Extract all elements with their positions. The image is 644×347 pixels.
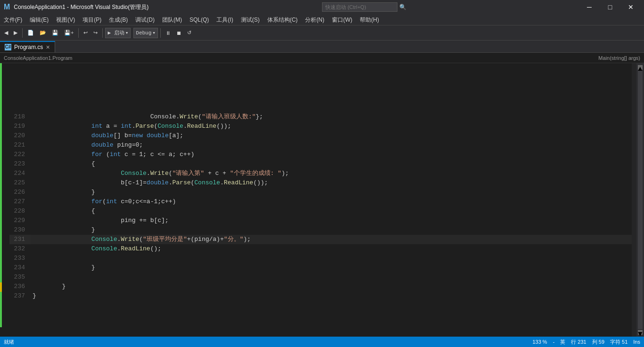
line-number: 222	[9, 150, 31, 159]
breadcrumb-left[interactable]: ConsoleApplication1.Program	[4, 55, 598, 61]
char-indicator: 字符 51	[610, 339, 627, 346]
breadcrumb-right[interactable]: Main(string[] args)	[598, 55, 640, 61]
code-line	[31, 273, 632, 282]
menu-item-s[interactable]: 测试(S)	[237, 14, 264, 25]
forward-button[interactable]: ▶	[11, 27, 20, 39]
code-row-blank	[9, 103, 632, 112]
code-line: }	[31, 225, 632, 235]
save-all-button[interactable]: 💾+	[62, 27, 76, 39]
line-number: 237	[9, 291, 31, 301]
code-editor[interactable]: 218 Console.Write("请输入班级人数:"};219 int a …	[9, 63, 632, 337]
table-row[interactable]: 223 {	[9, 159, 632, 169]
menu-bar: 文件(F)编辑(E)视图(V)项目(P)生成(B)调试(D)团队(M)SQL(Q…	[0, 14, 644, 25]
status-left: 就绪	[4, 339, 14, 346]
table-row[interactable]: 226 }	[9, 188, 632, 197]
menu-item-p[interactable]: 项目(P)	[79, 14, 105, 25]
table-row[interactable]: 225 b[c-1]=double.Parse(Console.ReadLine…	[9, 178, 632, 188]
code-line: {	[31, 159, 632, 169]
code-line: }	[31, 291, 632, 301]
table-row[interactable]: 237}	[9, 291, 632, 301]
table-row[interactable]: 222 for (int c = 1; c <= a; c++)	[9, 150, 632, 159]
line-number: 226	[9, 188, 31, 197]
code-table: 218 Console.Write("请输入班级人数:"};219 int a …	[9, 65, 632, 301]
line-number: 229	[9, 216, 31, 225]
vs-logo: M	[4, 3, 10, 11]
undo-button[interactable]: ↩	[81, 27, 90, 39]
menu-item-m[interactable]: 团队(M)	[158, 14, 186, 25]
table-row[interactable]: 236 }	[9, 282, 632, 291]
menu-item-v[interactable]: 视图(V)	[52, 14, 79, 25]
right-annotations-panel: ▲ ▼	[636, 63, 644, 337]
open-button[interactable]: 📂	[37, 27, 49, 39]
stop-button[interactable]: ⏹	[174, 27, 184, 39]
main-editor-area: 218 Console.Write("请输入班级人数:"};219 int a …	[0, 63, 644, 337]
menu-item-b[interactable]: 生成(B)	[105, 14, 132, 25]
code-row-blank	[9, 74, 632, 84]
table-row[interactable]: 231 Console.Write("班级平均分是"+(ping/a)+"分。"…	[9, 235, 632, 244]
search-icon: 🔍	[399, 4, 406, 10]
table-row[interactable]: 227 for(int c=0;c<=a-1;c++)	[9, 197, 632, 207]
start-dropdown[interactable]: ▶ 启动 ▾	[105, 28, 131, 38]
code-line: {	[31, 207, 632, 216]
line-number: 231	[9, 235, 31, 244]
menu-item-c[interactable]: 体系结构(C)	[264, 14, 302, 25]
pause-button[interactable]: ⏸	[163, 27, 173, 39]
table-row[interactable]: 235	[9, 273, 632, 282]
line-number: 236	[9, 282, 31, 291]
zoom-decrease[interactable]: -	[553, 339, 555, 345]
code-row-blank	[9, 84, 632, 93]
row-indicator: 行 231	[571, 339, 586, 346]
language-indicator[interactable]: 英	[560, 339, 565, 346]
table-row[interactable]: 232 Console.ReadLine();	[9, 244, 632, 254]
tab-close-button[interactable]: ✕	[46, 44, 50, 50]
menu-item-sqlq[interactable]: SQL(Q)	[186, 14, 213, 25]
scroll-up-arrow[interactable]: ▲	[638, 65, 643, 70]
restart-button[interactable]: ↺	[185, 27, 194, 39]
close-button[interactable]: ✕	[621, 0, 640, 14]
menu-item-h[interactable]: 帮助(H)	[356, 14, 383, 25]
menu-item-f[interactable]: 文件(F)	[0, 14, 26, 25]
redo-button[interactable]: ↪	[91, 27, 100, 39]
toolbar: ◀ ▶ 📄 📂 💾 💾+ ↩ ↪ ▶ 启动 ▾ Debug ▾ ⏸ ⏹ ↺	[0, 25, 644, 41]
quick-launch-area: 🔍	[322, 2, 406, 12]
table-row[interactable]: 234 }	[9, 263, 632, 273]
table-row[interactable]: 230 }	[9, 225, 632, 235]
menu-item-d[interactable]: 调试(D)	[132, 14, 158, 25]
tab-program-cs[interactable]: C# Program.cs ✕	[0, 41, 55, 52]
menu-item-e[interactable]: 编辑(E)	[26, 14, 52, 25]
new-file-button[interactable]: 📄	[25, 27, 36, 39]
table-row[interactable]: 221 double ping=0;	[9, 140, 632, 150]
table-row[interactable]: 233	[9, 254, 632, 263]
menu-item-w[interactable]: 窗口(W)	[328, 14, 356, 25]
table-row[interactable]: 224 Console.Write("请输入第" + c + "个学生的成绩: …	[9, 169, 632, 178]
status-right: 133 % - 英 行 231 列 59 字符 51 Ins	[532, 339, 640, 346]
maximize-button[interactable]: □	[601, 0, 619, 14]
toolbar-separator-1	[22, 28, 23, 38]
line-number: 232	[9, 244, 31, 254]
table-row[interactable]: 218 Console.Write("请输入班级人数:"};	[9, 112, 632, 122]
minimize-button[interactable]: ─	[580, 0, 599, 14]
title-left: M ConsoleApplication1 - Microsoft Visual…	[4, 3, 149, 11]
scroll-down-arrow[interactable]: ▼	[638, 330, 643, 335]
toolbar-separator-3	[102, 28, 103, 38]
table-row[interactable]: 229 ping += b[c];	[9, 216, 632, 225]
back-button[interactable]: ◀	[2, 27, 10, 39]
code-line	[31, 93, 632, 103]
table-row[interactable]: 228 {	[9, 207, 632, 216]
table-row[interactable]: 220 double[] b=new double[a];	[9, 131, 632, 140]
code-line: Console.Write("请输入班级人数:"};	[31, 112, 632, 122]
tab-label: Program.cs	[14, 44, 43, 50]
save-button[interactable]: 💾	[50, 27, 61, 39]
table-row[interactable]: 219 int a = int.Parse(Console.ReadLine()…	[9, 122, 632, 131]
code-line: int a = int.Parse(Console.ReadLine());	[31, 122, 632, 131]
menu-item-n[interactable]: 分析(N)	[301, 14, 328, 25]
line-number	[9, 93, 31, 103]
quick-launch-input[interactable]	[322, 2, 397, 12]
zoom-level[interactable]: 133 %	[532, 339, 547, 345]
line-number: 221	[9, 140, 31, 150]
menu-item-i[interactable]: 工具(I)	[213, 14, 237, 25]
ready-status: 就绪	[4, 339, 14, 346]
line-number: 223	[9, 159, 31, 169]
debug-dropdown[interactable]: Debug ▾	[133, 28, 158, 38]
code-line: for (int c = 1; c <= a; c++)	[31, 150, 632, 159]
